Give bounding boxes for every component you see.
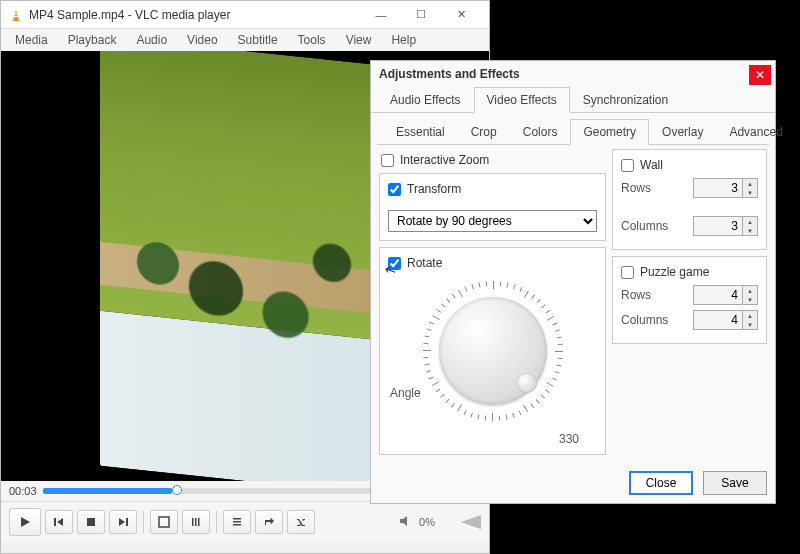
svg-rect-14: [233, 518, 241, 520]
menu-tools[interactable]: Tools: [290, 31, 334, 49]
window-title: MP4 Sample.mp4 - VLC media player: [29, 8, 361, 22]
subtab-overlay[interactable]: Overlay: [649, 119, 716, 144]
video-frame: [100, 51, 390, 481]
vlc-cone-icon: [9, 8, 23, 22]
volume-percent: 0%: [419, 516, 435, 528]
svg-rect-9: [126, 518, 128, 526]
puzzle-group: Puzzle game Rows ▲▼ Columns ▲▼: [612, 256, 767, 344]
subtab-advanced[interactable]: Advanced: [716, 119, 795, 144]
sub-tabs: Essential Crop Colors Geometry Overlay A…: [377, 119, 769, 145]
divider: [216, 511, 217, 533]
transform-group: Transform Rotate by 90 degrees: [379, 173, 606, 241]
tab-synchronization[interactable]: Synchronization: [570, 87, 681, 112]
svg-marker-8: [119, 518, 125, 526]
rotate-group: Rotate ↖ Angle 330: [379, 247, 606, 455]
puzzle-cols-spinner[interactable]: ▲▼: [693, 310, 758, 330]
tab-video-effects[interactable]: Video Effects: [474, 87, 570, 113]
wall-cols-spinner[interactable]: ▲▼: [693, 216, 758, 236]
svg-rect-3: [14, 15, 18, 16]
puzzle-rows-spinner[interactable]: ▲▼: [693, 285, 758, 305]
loop-button[interactable]: [255, 510, 283, 534]
rotate-checkbox[interactable]: Rotate ↖: [388, 256, 597, 270]
puzzle-checkbox[interactable]: Puzzle game: [621, 265, 758, 279]
svg-rect-13: [198, 518, 200, 526]
close-button[interactable]: Close: [629, 471, 693, 495]
svg-rect-16: [233, 524, 241, 526]
speaker-icon[interactable]: [399, 515, 413, 529]
svg-rect-10: [159, 517, 169, 527]
svg-marker-6: [57, 518, 63, 526]
subtab-colors[interactable]: Colors: [510, 119, 571, 144]
svg-marker-17: [400, 516, 407, 526]
svg-marker-4: [21, 517, 30, 527]
menu-subtitle[interactable]: Subtitle: [230, 31, 286, 49]
puzzle-cols-label: Columns: [621, 313, 668, 327]
menu-video[interactable]: Video: [179, 31, 225, 49]
prev-button[interactable]: [45, 510, 73, 534]
volume-slider[interactable]: [441, 515, 481, 529]
subtab-crop[interactable]: Crop: [458, 119, 510, 144]
wall-cols-label: Columns: [621, 219, 668, 233]
time-elapsed: 00:03: [9, 485, 37, 497]
svg-rect-5: [54, 518, 56, 526]
menu-media[interactable]: Media: [7, 31, 56, 49]
transform-combo[interactable]: Rotate by 90 degrees: [388, 210, 597, 232]
menu-help[interactable]: Help: [383, 31, 424, 49]
svg-rect-11: [192, 518, 194, 526]
subtab-essential[interactable]: Essential: [383, 119, 458, 144]
playlist-button[interactable]: [223, 510, 251, 534]
wall-checkbox[interactable]: Wall: [621, 158, 758, 172]
puzzle-rows-label: Rows: [621, 288, 651, 302]
play-button[interactable]: [9, 508, 41, 536]
interactive-zoom-checkbox[interactable]: Interactive Zoom: [381, 153, 606, 167]
save-button[interactable]: Save: [703, 471, 767, 495]
svg-rect-15: [233, 521, 241, 523]
main-tabs: Audio Effects Video Effects Synchronizat…: [371, 87, 775, 113]
svg-rect-2: [14, 13, 18, 14]
maximize-button[interactable]: ☐: [401, 4, 441, 26]
minimize-button[interactable]: —: [361, 4, 401, 26]
close-button[interactable]: ✕: [441, 4, 481, 26]
menu-view[interactable]: View: [338, 31, 380, 49]
wall-group: Wall Rows ▲▼ Columns ▲▼: [612, 149, 767, 250]
dialog-title: Adjustments and Effects: [371, 61, 775, 87]
wall-rows-spinner[interactable]: ▲▼: [693, 178, 758, 198]
tab-audio-effects[interactable]: Audio Effects: [377, 87, 474, 112]
angle-label: Angle: [390, 386, 421, 400]
svg-marker-0: [13, 9, 18, 19]
playback-controls: 0%: [1, 501, 489, 542]
next-button[interactable]: [109, 510, 137, 534]
titlebar: MP4 Sample.mp4 - VLC media player — ☐ ✕: [1, 1, 489, 29]
ext-settings-button[interactable]: [182, 510, 210, 534]
subtab-geometry[interactable]: Geometry: [570, 119, 649, 145]
svg-rect-7: [87, 518, 95, 526]
dialog-close-button[interactable]: ✕: [749, 65, 771, 85]
wall-rows-label: Rows: [621, 181, 651, 195]
angle-dial[interactable]: [439, 297, 547, 405]
stop-button[interactable]: [77, 510, 105, 534]
angle-value: 330: [559, 432, 579, 446]
menu-audio[interactable]: Audio: [128, 31, 175, 49]
menu-playback[interactable]: Playback: [60, 31, 125, 49]
transform-checkbox[interactable]: Transform: [388, 182, 597, 196]
adjustments-dialog: Adjustments and Effects ✕ Audio Effects …: [370, 60, 776, 504]
fullscreen-button[interactable]: [150, 510, 178, 534]
svg-rect-12: [195, 518, 197, 526]
svg-rect-1: [13, 19, 20, 21]
menubar: Media Playback Audio Video Subtitle Tool…: [1, 29, 489, 51]
divider: [143, 511, 144, 533]
random-button[interactable]: [287, 510, 315, 534]
